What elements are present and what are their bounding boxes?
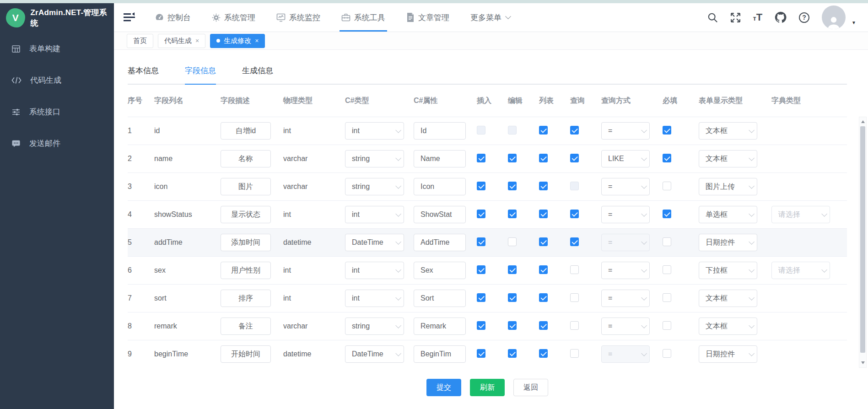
csharp-property-input[interactable]: Id <box>414 122 466 140</box>
required-checkbox[interactable] <box>663 126 671 135</box>
dict-type-select[interactable]: 请选择 <box>771 206 830 223</box>
tag-2[interactable]: 生成修改× <box>210 34 265 48</box>
edit-checkbox[interactable] <box>508 126 517 135</box>
table-scrollbar[interactable] <box>859 117 867 368</box>
field-description-input[interactable]: 排序 <box>221 290 271 307</box>
field-description-input[interactable]: 自增id <box>221 122 271 140</box>
edit-checkbox[interactable] <box>508 265 517 274</box>
scroll-thumb[interactable] <box>860 126 865 353</box>
insert-checkbox[interactable] <box>477 126 485 135</box>
field-description-input[interactable]: 开始时间 <box>221 345 271 363</box>
submit-button[interactable]: 提交 <box>426 379 461 396</box>
insert-checkbox[interactable] <box>477 265 485 274</box>
list-checkbox[interactable] <box>539 182 548 190</box>
query-checkbox[interactable] <box>570 265 579 274</box>
scroll-down-icon[interactable] <box>859 359 866 366</box>
edit-checkbox[interactable] <box>508 210 517 218</box>
query-checkbox[interactable] <box>570 210 579 218</box>
insert-checkbox[interactable] <box>477 182 485 190</box>
query-mode-select[interactable]: = <box>601 318 650 335</box>
topnav-item-2[interactable]: 系统监控 <box>276 3 320 32</box>
edit-checkbox[interactable] <box>508 293 517 302</box>
scroll-up-icon[interactable] <box>859 118 866 125</box>
required-checkbox[interactable] <box>663 154 671 162</box>
help-icon[interactable]: ? <box>799 12 809 23</box>
list-checkbox[interactable] <box>539 210 548 218</box>
required-checkbox[interactable] <box>663 349 671 358</box>
query-mode-select[interactable]: = <box>601 345 650 363</box>
required-checkbox[interactable] <box>663 321 671 330</box>
font-size-icon[interactable]: тT <box>753 12 762 22</box>
display-type-select[interactable]: 文本框 <box>699 290 757 307</box>
csharp-type-select[interactable]: string <box>345 150 404 167</box>
csharp-property-input[interactable]: Sex <box>414 262 466 279</box>
required-checkbox[interactable] <box>663 210 671 218</box>
field-description-input[interactable]: 图片 <box>221 178 271 195</box>
dict-type-select[interactable]: 请选择 <box>771 262 830 279</box>
csharp-type-select[interactable]: DateTime <box>345 234 404 251</box>
csharp-property-input[interactable]: ShowStat <box>414 206 466 223</box>
topnav-item-3[interactable]: 系统工具 <box>341 3 385 32</box>
field-description-input[interactable]: 名称 <box>221 150 271 167</box>
insert-checkbox[interactable] <box>477 349 485 358</box>
csharp-type-select[interactable]: int <box>345 206 404 223</box>
query-checkbox[interactable] <box>570 182 579 190</box>
sidebar-item-form-grid[interactable]: 表单构建 <box>0 33 114 65</box>
insert-checkbox[interactable] <box>477 154 485 162</box>
topnav-item-1[interactable]: 系统管理 <box>212 3 255 32</box>
list-checkbox[interactable] <box>539 321 548 330</box>
display-type-select[interactable]: 日期控件 <box>699 345 757 363</box>
edit-checkbox[interactable] <box>508 237 517 246</box>
insert-checkbox[interactable] <box>477 210 485 218</box>
csharp-property-input[interactable]: Remark <box>414 318 466 335</box>
query-mode-select[interactable]: = <box>601 122 650 140</box>
list-checkbox[interactable] <box>539 237 548 246</box>
required-checkbox[interactable] <box>663 182 671 190</box>
github-icon[interactable] <box>775 11 787 23</box>
field-description-input[interactable]: 备注 <box>221 318 271 335</box>
query-checkbox[interactable] <box>570 237 579 246</box>
display-type-select[interactable]: 文本框 <box>699 122 757 140</box>
required-checkbox[interactable] <box>663 293 671 302</box>
insert-checkbox[interactable] <box>477 237 485 246</box>
query-mode-select[interactable]: = <box>601 290 650 307</box>
csharp-type-select[interactable]: string <box>345 318 404 335</box>
required-checkbox[interactable] <box>663 237 671 246</box>
query-mode-select[interactable]: = <box>601 262 650 279</box>
tag-close-icon[interactable]: × <box>195 38 199 44</box>
tag-1[interactable]: 代码生成× <box>158 34 205 48</box>
csharp-property-input[interactable]: AddTime <box>414 234 466 251</box>
avatar-caret-icon[interactable]: ▼ <box>852 20 856 25</box>
query-checkbox[interactable] <box>570 349 579 358</box>
sidebar-item-message[interactable]: 发送邮件 <box>0 128 114 159</box>
tab-1[interactable]: 字段信息 <box>185 62 216 85</box>
query-checkbox[interactable] <box>570 154 579 162</box>
query-checkbox[interactable] <box>570 321 579 330</box>
field-description-input[interactable]: 添加时间 <box>221 234 271 251</box>
query-mode-select[interactable]: LIKE <box>601 150 650 167</box>
display-type-select[interactable]: 单选框 <box>699 206 757 223</box>
display-type-select[interactable]: 下拉框 <box>699 262 757 279</box>
csharp-type-select[interactable]: int <box>345 290 404 307</box>
back-button[interactable]: 返回 <box>513 379 548 396</box>
edit-checkbox[interactable] <box>508 182 517 190</box>
tab-0[interactable]: 基本信息 <box>128 62 159 85</box>
insert-checkbox[interactable] <box>477 321 485 330</box>
sidebar-item-code[interactable]: 代码生成 <box>0 65 114 96</box>
topnav-item-0[interactable]: 控制台 <box>155 3 191 32</box>
list-checkbox[interactable] <box>539 349 548 358</box>
query-mode-select[interactable]: = <box>601 178 650 195</box>
csharp-type-select[interactable]: DateTime <box>345 345 404 363</box>
fullscreen-icon[interactable] <box>730 12 741 23</box>
display-type-select[interactable]: 图片上传 <box>699 178 757 195</box>
field-description-input[interactable]: 用户性别 <box>221 262 271 279</box>
insert-checkbox[interactable] <box>477 293 485 302</box>
list-checkbox[interactable] <box>539 265 548 274</box>
display-type-select[interactable]: 文本框 <box>699 318 757 335</box>
csharp-property-input[interactable]: BeginTim <box>414 345 466 363</box>
list-checkbox[interactable] <box>539 154 548 162</box>
tag-0[interactable]: 首页 <box>127 34 153 48</box>
refresh-button[interactable]: 刷新 <box>470 379 505 396</box>
edit-checkbox[interactable] <box>508 321 517 330</box>
search-icon[interactable] <box>707 12 718 23</box>
